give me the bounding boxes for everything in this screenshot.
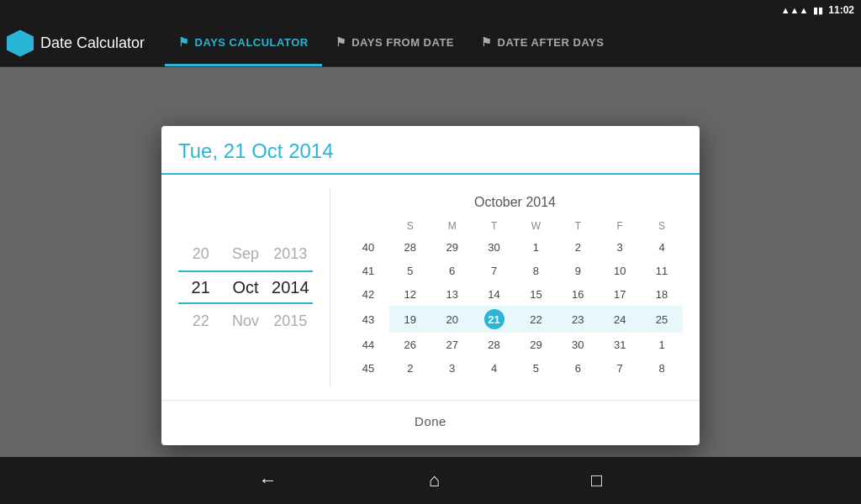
week-num-42: 42 — [347, 282, 389, 306]
weekday-wed: W — [515, 217, 557, 235]
calendar-day-4[interactable]: 4 — [641, 235, 683, 259]
done-button[interactable]: Done — [394, 407, 467, 435]
calendar-day-2[interactable]: 2 — [389, 356, 431, 380]
date-header: Tue, 21 Oct 2014 — [161, 126, 700, 175]
calendar-day-6[interactable]: 6 — [431, 259, 473, 282]
app-title: Date Calculator — [40, 34, 145, 52]
calendar-day-25[interactable]: 25 — [641, 306, 683, 333]
weekday-sun: S — [389, 217, 431, 235]
nav-bar: Date Calculator ⚑ DAYS CALCULATOR ⚑ DAYS… — [0, 20, 861, 67]
weekday-tue: T — [473, 217, 515, 235]
year-item-2015[interactable]: 2015 — [268, 304, 313, 338]
month-item-oct-selected[interactable]: Oct — [223, 270, 267, 304]
app-logo-icon — [7, 30, 34, 57]
weekday-fri: F — [599, 217, 641, 235]
calendar-day-3[interactable]: 3 — [431, 356, 473, 380]
calendar-day-28[interactable]: 28 — [473, 333, 515, 356]
tab-date-after-days[interactable]: ⚑ DATE AFTER DAYS — [467, 20, 617, 66]
calendar-day-12[interactable]: 12 — [389, 282, 431, 306]
calendar-day-11[interactable]: 11 — [641, 259, 683, 282]
calendar-day-20[interactable]: 20 — [431, 306, 473, 333]
calendar-section: October 2014 S M T W T F — [330, 188, 700, 386]
calendar-day-18[interactable]: 18 — [641, 282, 683, 306]
weekday-thu: T — [557, 217, 599, 235]
calendar-day-26[interactable]: 26 — [389, 333, 431, 356]
month-picker-column[interactable]: Sep Oct Nov — [223, 237, 267, 338]
calendar-day-14[interactable]: 14 — [473, 282, 515, 306]
dialog-body: 20 21 22 Sep Oct Nov 2013 2014 2015 Octo… — [161, 175, 700, 400]
calendar-day-7[interactable]: 7 — [599, 356, 641, 380]
calendar-day-16[interactable]: 16 — [557, 282, 599, 306]
calendar-day-8[interactable]: 8 — [641, 356, 683, 380]
calendar-day-6[interactable]: 6 — [557, 356, 599, 380]
tab-days-calculator-label: DAYS CALCULATOR — [195, 36, 309, 49]
calendar-day-17[interactable]: 17 — [599, 282, 641, 306]
calendar-day-27[interactable]: 27 — [431, 333, 473, 356]
month-item-nov[interactable]: Nov — [223, 304, 267, 338]
day-item-20[interactable]: 20 — [178, 237, 223, 270]
calendar-day-31[interactable]: 31 — [599, 333, 641, 356]
week-num-header — [347, 217, 389, 235]
calendar-day-30[interactable]: 30 — [557, 333, 599, 356]
calendar-day-21[interactable]: 21 — [473, 306, 515, 333]
calendar-day-10[interactable]: 10 — [599, 259, 641, 282]
date-picker-dialog: Tue, 21 Oct 2014 20 21 22 Sep Oct Nov 20… — [161, 126, 700, 445]
calendar-day-1[interactable]: 1 — [515, 235, 557, 259]
calendar-day-5[interactable]: 5 — [389, 259, 431, 282]
tab-date-after-days-label: DATE AFTER DAYS — [498, 36, 605, 49]
calendar-day-15[interactable]: 15 — [515, 282, 557, 306]
tab-days-from-date-label: DAYS FROM DATE — [351, 36, 454, 49]
scroll-picker[interactable]: 20 21 22 Sep Oct Nov 2013 2014 2015 — [161, 188, 330, 386]
week-num-41: 41 — [347, 259, 389, 282]
battery-icon: ▮▮ — [813, 5, 823, 16]
day-item-22[interactable]: 22 — [178, 304, 223, 338]
year-picker-column[interactable]: 2013 2014 2015 — [268, 237, 313, 338]
nav-tabs: ⚑ DAYS CALCULATOR ⚑ DAYS FROM DATE ⚑ DAT… — [165, 20, 617, 66]
app-logo — [0, 20, 40, 67]
wifi-icon: ▲▲▲ — [781, 5, 809, 15]
home-button[interactable]: ⌂ — [429, 470, 440, 491]
day-picker-column[interactable]: 20 21 22 — [178, 237, 223, 338]
calendar-day-23[interactable]: 23 — [557, 306, 599, 333]
calendar-day-5[interactable]: 5 — [515, 356, 557, 380]
calendar-day-22[interactable]: 22 — [515, 306, 557, 333]
weekday-sat: S — [641, 217, 683, 235]
calendar-day-9[interactable]: 9 — [557, 259, 599, 282]
status-bar: ▲▲▲ ▮▮ 11:02 — [0, 0, 861, 20]
year-item-2013[interactable]: 2013 — [268, 237, 313, 270]
calendar-day-24[interactable]: 24 — [599, 306, 641, 333]
calendar-day-8[interactable]: 8 — [515, 259, 557, 282]
bottom-nav: ← ⌂ □ — [0, 457, 861, 504]
days-calc-icon: ⚑ — [178, 35, 190, 49]
calendar-day-1[interactable]: 1 — [641, 333, 683, 356]
calendar-day-30[interactable]: 30 — [473, 235, 515, 259]
calendar-day-28[interactable]: 28 — [389, 235, 431, 259]
calendar-month-title: October 2014 — [347, 195, 683, 210]
calendar-day-29[interactable]: 29 — [515, 333, 557, 356]
week-num-45: 45 — [347, 356, 389, 380]
week-num-44: 44 — [347, 333, 389, 356]
day-item-21-selected[interactable]: 21 — [178, 270, 223, 304]
content-area: Tue, 21 Oct 2014 20 21 22 Sep Oct Nov 20… — [0, 67, 861, 504]
calendar-day-4[interactable]: 4 — [473, 356, 515, 380]
calendar-day-29[interactable]: 29 — [431, 235, 473, 259]
month-item-sep[interactable]: Sep — [223, 237, 267, 270]
tab-days-from-date[interactable]: ⚑ DAYS FROM DATE — [322, 20, 467, 66]
status-time: 11:02 — [828, 4, 854, 16]
days-from-icon: ⚑ — [335, 35, 347, 49]
calendar-day-13[interactable]: 13 — [431, 282, 473, 306]
calendar-day-3[interactable]: 3 — [599, 235, 641, 259]
calendar-grid: S M T W T F S 40282930123441567891011421… — [347, 217, 683, 380]
dialog-footer: Done — [161, 400, 700, 445]
tab-days-calculator[interactable]: ⚑ DAYS CALCULATOR — [165, 20, 322, 66]
selected-date-display: Tue, 21 Oct 2014 — [178, 139, 334, 162]
back-button[interactable]: ← — [259, 470, 277, 491]
recent-apps-button[interactable]: □ — [591, 470, 602, 491]
calendar-day-2[interactable]: 2 — [557, 235, 599, 259]
calendar-day-7[interactable]: 7 — [473, 259, 515, 282]
weekday-mon: M — [431, 217, 473, 235]
year-item-2014-selected[interactable]: 2014 — [268, 270, 313, 304]
week-num-43: 43 — [347, 306, 389, 333]
date-after-icon: ⚑ — [481, 35, 493, 49]
calendar-day-19[interactable]: 19 — [389, 306, 431, 333]
